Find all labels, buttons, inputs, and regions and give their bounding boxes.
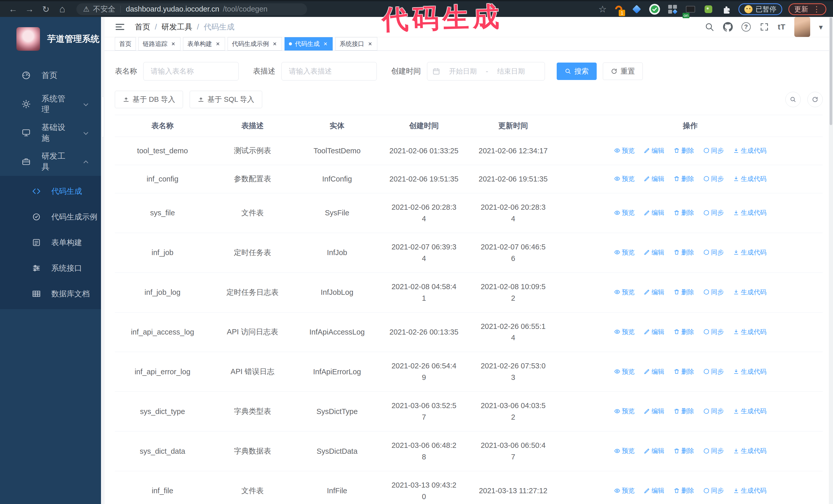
import-sql-button[interactable]: 基于 SQL 导入 [190,91,262,108]
sync-link[interactable]: 同步 [703,328,724,336]
delete-link[interactable]: 删除 [673,146,694,155]
generate-code-link[interactable]: 生成代码 [733,248,766,257]
tab-form-builder[interactable]: 表单构建 [183,37,225,50]
generate-code-link[interactable]: 生成代码 [733,174,766,183]
date-range-picker[interactable]: - [427,62,545,80]
edit-link[interactable]: 编辑 [644,209,664,217]
fullscreen-icon[interactable] [759,22,769,32]
sidebar-item-db-doc[interactable]: 数据库文档 [0,281,101,307]
generate-code-link[interactable]: 生成代码 [733,209,766,217]
sync-link[interactable]: 同步 [703,407,724,415]
sidebar-item-home[interactable]: 首页 [0,61,101,90]
sidebar-scrollbar[interactable] [101,17,104,504]
preview-link[interactable]: 预览 [614,209,635,217]
preview-link[interactable]: 预览 [614,174,635,183]
import-db-button[interactable]: 基于 DB 导入 [115,91,183,108]
avatar-caret-icon[interactable] [819,23,823,31]
sidebar-item-form-builder[interactable]: 表单构建 [0,230,101,255]
paused-profile-pill[interactable]: 已暂停 [738,3,782,15]
browser-home-icon[interactable] [56,3,69,16]
font-size-icon[interactable]: tT [778,23,786,31]
sync-link[interactable]: 同步 [703,174,724,183]
sidebar-item-system-api[interactable]: 系统接口 [0,255,101,281]
generate-code-link[interactable]: 生成代码 [733,146,766,155]
browser-back-icon[interactable] [7,3,20,16]
page-scrollbar[interactable] [829,17,833,504]
bookmark-star-icon[interactable] [598,4,607,15]
sync-link[interactable]: 同步 [703,367,724,376]
scrollbar-thumb[interactable] [830,18,832,125]
browser-reload-icon[interactable] [40,3,52,16]
table-name-input[interactable] [143,62,239,80]
table-desc-input[interactable] [281,62,377,80]
sidebar-item-codegen-example[interactable]: 代码生成示例 [0,204,101,230]
sidebar-item-infrastructure[interactable]: 基础设施 [0,118,101,147]
sync-link[interactable]: 同步 [703,146,724,155]
help-icon[interactable] [741,22,751,31]
refresh-button[interactable] [807,92,823,107]
edit-link[interactable]: 编辑 [644,328,664,336]
edit-link[interactable]: 编辑 [644,146,664,155]
github-icon[interactable] [723,22,733,32]
preview-link[interactable]: 预览 [614,486,635,495]
sync-link[interactable]: 同步 [703,248,724,257]
scrollbar-thumb[interactable] [101,96,104,137]
generate-code-link[interactable]: 生成代码 [733,367,766,376]
hamburger-icon[interactable] [115,22,125,32]
search-button[interactable]: 搜索 [557,63,597,80]
close-icon[interactable] [367,41,373,47]
preview-link[interactable]: 预览 [614,367,635,376]
delete-link[interactable]: 删除 [673,367,694,376]
delete-link[interactable]: 删除 [673,407,694,415]
sync-link[interactable]: 同步 [703,288,724,296]
sync-link[interactable]: 同步 [703,486,724,495]
edit-link[interactable]: 编辑 [644,367,664,376]
close-icon[interactable] [215,41,221,47]
reset-button[interactable]: 重置 [603,63,643,80]
edit-link[interactable]: 编辑 [644,486,664,495]
edit-link[interactable]: 编辑 [644,174,664,183]
delete-link[interactable]: 删除 [673,288,694,296]
sync-link[interactable]: 同步 [703,447,724,455]
edit-link[interactable]: 编辑 [644,407,664,415]
delete-link[interactable]: 删除 [673,174,694,183]
generate-code-link[interactable]: 生成代码 [733,328,766,336]
delete-link[interactable]: 删除 [673,248,694,257]
generate-code-link[interactable]: 生成代码 [733,288,766,296]
preview-link[interactable]: 预览 [614,288,635,296]
extension-icon-check[interactable] [649,3,661,15]
edit-link[interactable]: 编辑 [644,288,664,296]
close-icon[interactable] [170,41,176,47]
update-button[interactable]: 更新 [788,3,826,15]
breadcrumb-dev-tools[interactable]: 研发工具 [162,22,192,32]
extension-icon-onbox[interactable]: on [685,3,696,15]
tab-home[interactable]: 首页 [115,37,136,50]
close-icon[interactable] [323,41,328,47]
delete-link[interactable]: 删除 [673,328,694,336]
delete-link[interactable]: 删除 [673,486,694,495]
tab-trace[interactable]: 链路追踪 [138,37,181,50]
sidebar-item-system[interactable]: 系统管理 [0,90,101,118]
sidebar-item-dev-tools[interactable]: 研发工具 [0,147,101,176]
generate-code-link[interactable]: 生成代码 [733,447,766,455]
start-date-input[interactable] [444,67,482,75]
preview-link[interactable]: 预览 [614,447,635,455]
end-date-input[interactable] [492,67,530,75]
extensions-puzzle-icon[interactable] [720,3,732,15]
generate-code-link[interactable]: 生成代码 [733,407,766,415]
sidebar-item-codegen[interactable]: 代码生成 [0,178,101,204]
kebab-menu-icon[interactable] [813,5,820,14]
extension-icon-orange[interactable]: 1 [613,3,625,15]
close-icon[interactable] [272,41,278,47]
toggle-search-button[interactable] [785,92,801,107]
extension-icon-green[interactable] [703,3,714,15]
delete-link[interactable]: 删除 [673,209,694,217]
address-bar[interactable]: 不安全 dashboard.yudao.iocoder.cn/tool/code… [76,3,307,15]
tab-system-api[interactable]: 系统接口 [335,37,377,50]
extension-icon-gem[interactable] [631,3,643,15]
edit-link[interactable]: 编辑 [644,248,664,257]
app-logo[interactable]: 芋道管理系统 [0,17,101,61]
tab-codegen-example[interactable]: 代码生成示例 [228,37,282,50]
delete-link[interactable]: 删除 [673,447,694,455]
sync-link[interactable]: 同步 [703,209,724,217]
